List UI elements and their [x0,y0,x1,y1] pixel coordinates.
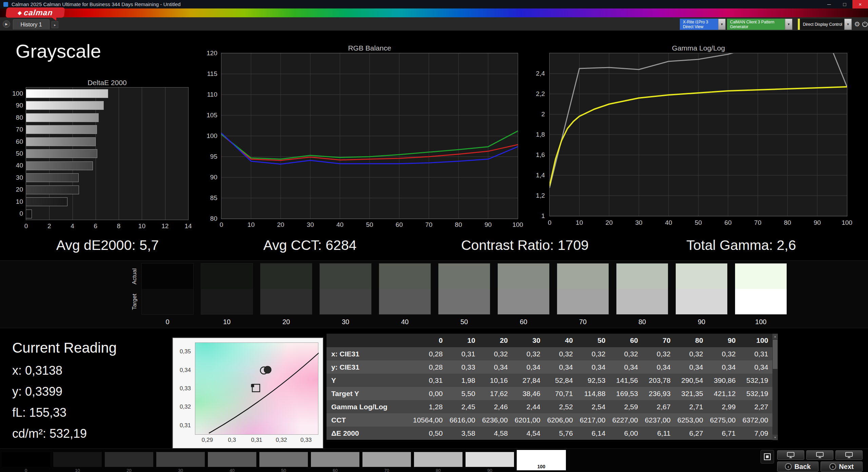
reading-x: x: 0,3138 [12,363,62,378]
meter-dropdown-arrow[interactable]: ▾ [718,19,726,30]
table-row[interactable]: Gamma Log/Log1,282,452,462,442,522,542,5… [327,400,774,413]
table-cell: 6,71 [709,427,741,440]
pattern-swatch[interactable] [414,452,462,467]
tab-history-1[interactable]: History 1 [13,19,50,29]
pattern-swatch[interactable] [105,452,153,467]
pattern-generator-dropdown-arrow[interactable]: ▾ [785,19,792,30]
table-cell: 0,34 [741,360,774,374]
window-titlebar: Calman 2025 Calman Ultimate for Business… [0,0,868,8]
grayscale-swatch [320,263,371,314]
table-cell: 0,50 [413,427,448,440]
meter-dropdown[interactable]: X-Rite i1Pro 3 Direct View [680,19,718,30]
table-column-header: 50 [578,334,611,347]
swatch-step-label: 70 [557,318,609,326]
grayscale-swatch [379,263,431,314]
table-column-header: 40 [546,334,578,347]
display-button-2[interactable] [806,450,833,460]
close-button[interactable]: × [852,0,868,8]
pattern-swatch[interactable]: 100 [517,450,566,470]
table-cell: 4,54 [513,427,546,440]
table-cell: 6201,00 [513,413,546,427]
swatch-target [676,289,727,314]
table-cell: 0,32 [676,347,709,360]
pattern-swatch[interactable] [466,452,514,467]
grayscale-swatch [616,263,668,314]
swatch-actual [260,263,312,289]
next-button[interactable]: › Next [821,461,863,472]
table-cell: 203,78 [644,374,676,387]
pattern-swatch[interactable] [208,452,256,467]
table-cell: 1,98 [448,374,481,387]
table-cell: 10564,00 [413,413,448,427]
table-cell: 114,88 [578,387,611,400]
table-cell: 0,34 [709,360,741,374]
table-cell: 6206,00 [546,413,578,427]
grayscale-swatch [201,263,253,314]
swatch-target [142,289,193,314]
power-icon[interactable] [862,20,868,28]
table-cell: 52,84 [546,374,578,387]
pattern-swatch[interactable] [53,452,102,467]
table-column-header: 60 [611,334,644,347]
scroll-up-button[interactable]: ▲ [772,334,778,339]
table-cell: 0,31 [413,374,448,387]
table-row-label: x: CIE31 [327,347,413,360]
display-button-1[interactable] [777,450,804,460]
table-row[interactable]: CCT10564,006616,006236,006201,006206,006… [327,413,774,427]
table-row[interactable]: y: CIE310,280,330,340,340,340,340,340,34… [327,360,774,374]
calman-window: Calman 2025 Calman Ultimate for Business… [0,0,868,472]
pattern-swatch[interactable] [156,452,205,467]
table-cell: 532,19 [741,374,774,387]
pattern-swatch[interactable] [2,452,50,467]
minimize-button[interactable]: ─ [821,0,837,8]
table-cell: 0,32 [578,347,611,360]
table-cell: 6217,00 [578,413,611,427]
display-control-dropdown-arrow[interactable]: ▾ [844,19,852,30]
swatch-actual [320,263,371,289]
table-cell: 2,44 [513,400,546,413]
display-control-dropdown[interactable]: Direct Display Control [798,19,844,30]
settings-gear-icon[interactable]: ⚙ [853,20,861,28]
display-button-3[interactable] [835,450,863,460]
pattern-window-button[interactable] [761,450,774,464]
table-row[interactable]: x: CIE310,280,310,320,320,320,320,320,32… [327,347,774,360]
table-cell: 70,71 [546,387,578,400]
table-row[interactable]: Target Y0,005,5017,6238,4670,71114,88169… [327,387,774,400]
table-cell: 2,59 [611,400,644,413]
swatch-target [379,289,431,314]
swatch-step-label: 20 [260,318,312,326]
table-cell: 5,76 [546,427,578,440]
table-scrollbar[interactable]: ▲ ▼ [772,334,778,440]
table-row[interactable]: ΔE 20000,503,584,584,545,766,146,006,116… [327,427,774,440]
back-button[interactable]: ‹ Back [777,461,818,472]
tab-scroll-button[interactable]: ▸ [52,21,58,28]
swatch-actual [438,263,490,289]
table-cell: 38,46 [513,387,546,400]
table-cell: 0,31 [448,347,481,360]
swatch-actual [142,263,193,289]
next-button-label: Next [839,463,853,471]
scroll-thumb[interactable] [773,340,777,369]
meter-name: X-Rite i1Pro 3 [683,20,718,24]
table-cell: 141,56 [611,374,644,387]
table-cell: 27,84 [513,374,546,387]
maximize-button[interactable]: □ [837,0,852,8]
table-cell: 0,34 [481,360,513,374]
table-row-label: ΔE 2000 [327,427,413,440]
pattern-generator-dropdown[interactable]: CalMAN Client 3 Pattern Generator [727,19,785,30]
pattern-swatch[interactable] [311,452,359,467]
table-cell: 169,53 [611,387,644,400]
pattern-swatch[interactable] [362,452,411,467]
swatch-step-label: 60 [498,318,549,326]
table-row-label: CCT [327,413,413,427]
history-nav-button[interactable]: ▶ [3,20,10,28]
grayscale-swatch [557,263,609,314]
swatch-step-label: 30 [320,318,371,326]
table-cell: 0,34 [546,360,578,374]
scroll-down-button[interactable]: ▼ [772,435,778,440]
table-row[interactable]: Y0,311,9810,1627,8452,8492,53141,56203,7… [327,374,774,387]
pattern-swatch[interactable] [259,452,308,467]
table-cell: 0,34 [513,360,546,374]
swatch-target [498,289,549,314]
pattern-swatch-label: 0 [2,468,50,472]
